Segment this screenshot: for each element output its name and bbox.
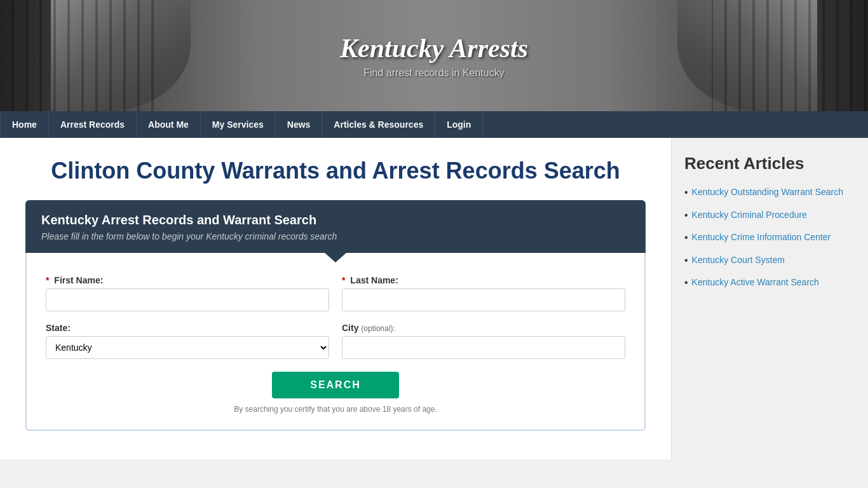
- nav-item-home[interactable]: Home: [0, 111, 49, 138]
- site-subtitle: Find arrest records in Kentucky: [340, 67, 528, 79]
- nav-item-about-me[interactable]: About Me: [137, 111, 201, 138]
- list-item: Kentucky Criminal Procedure: [684, 209, 855, 222]
- form-row-names: * First Name: * Last Name:: [46, 275, 625, 311]
- last-name-required-marker: *: [342, 275, 345, 285]
- list-item: Kentucky Active Warrant Search: [684, 276, 855, 289]
- site-header: Kentucky Arrests Find arrest records in …: [0, 0, 868, 111]
- search-button[interactable]: SEARCH: [272, 372, 399, 398]
- header-text-block: Kentucky Arrests Find arrest records in …: [340, 33, 528, 79]
- list-item: Kentucky Outstanding Warrant Search: [684, 186, 855, 199]
- city-group: City (optional):: [342, 323, 625, 359]
- last-name-input[interactable]: [342, 288, 625, 311]
- sidebar: Recent Articles Kentucky Outstanding War…: [671, 138, 868, 459]
- article-link-2[interactable]: Kentucky Crime Information Center: [692, 231, 831, 244]
- article-link-1[interactable]: Kentucky Criminal Procedure: [692, 209, 807, 222]
- main-container: Clinton County Warrants and Arrest Recor…: [0, 138, 868, 459]
- list-item: Kentucky Crime Information Center: [684, 231, 855, 244]
- search-heading: Kentucky Arrest Records and Warrant Sear…: [41, 213, 630, 227]
- article-link-0[interactable]: Kentucky Outstanding Warrant Search: [692, 186, 843, 199]
- nav-item-my-services[interactable]: My Services: [201, 111, 276, 138]
- nav-item-articles[interactable]: Articles & Resources: [322, 111, 435, 138]
- nav-item-login[interactable]: Login: [435, 111, 483, 138]
- state-group: State: Kentucky: [46, 323, 329, 359]
- search-button-wrapper: SEARCH: [46, 372, 625, 398]
- main-nav: Home Arrest Records About Me My Services…: [0, 111, 868, 138]
- search-box-header: Kentucky Arrest Records and Warrant Sear…: [25, 200, 646, 253]
- nav-item-news[interactable]: News: [276, 111, 323, 138]
- city-input[interactable]: [342, 336, 625, 359]
- state-label: State:: [46, 323, 329, 333]
- last-name-group: * Last Name:: [342, 275, 625, 311]
- last-name-label: * Last Name:: [342, 275, 625, 285]
- first-name-group: * First Name:: [46, 275, 329, 311]
- article-link-3[interactable]: Kentucky Court System: [692, 254, 785, 267]
- search-disclaimer: By searching you certify that you are ab…: [46, 405, 625, 414]
- city-label: City (optional):: [342, 323, 625, 333]
- search-subheading: Please fill in the form below to begin y…: [41, 231, 630, 241]
- first-name-input[interactable]: [46, 288, 329, 311]
- search-form-container: * First Name: * Last Name: State:: [25, 253, 646, 431]
- nav-item-arrest-records[interactable]: Arrest Records: [49, 111, 137, 138]
- page-title: Clinton County Warrants and Arrest Recor…: [25, 157, 646, 184]
- form-row-location: State: Kentucky City (optional):: [46, 323, 625, 359]
- list-item: Kentucky Court System: [684, 254, 855, 267]
- sidebar-title: Recent Articles: [684, 154, 855, 173]
- first-name-required-marker: *: [46, 275, 49, 285]
- articles-list: Kentucky Outstanding Warrant Search Kent…: [684, 186, 855, 289]
- first-name-label: * First Name:: [46, 275, 329, 285]
- state-select[interactable]: Kentucky: [46, 336, 329, 359]
- article-link-4[interactable]: Kentucky Active Warrant Search: [692, 276, 819, 289]
- main-content: Clinton County Warrants and Arrest Recor…: [0, 138, 671, 459]
- site-title: Kentucky Arrests: [340, 33, 528, 64]
